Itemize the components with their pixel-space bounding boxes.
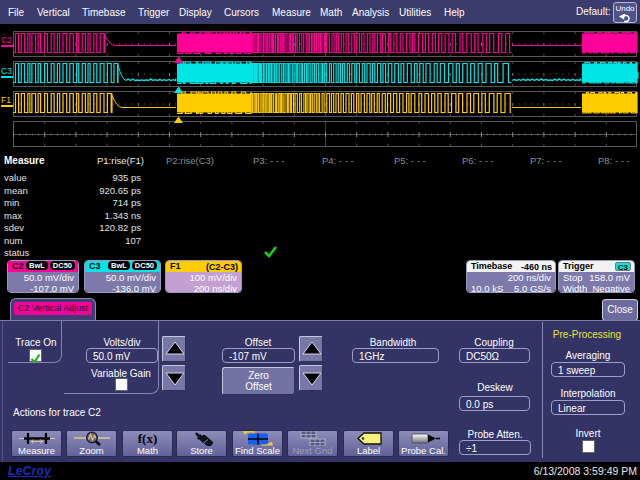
svg-text:C2: C2 <box>1 35 12 45</box>
svg-text:C3: C3 <box>1 66 12 76</box>
svg-text:F1: F1 <box>1 95 11 105</box>
